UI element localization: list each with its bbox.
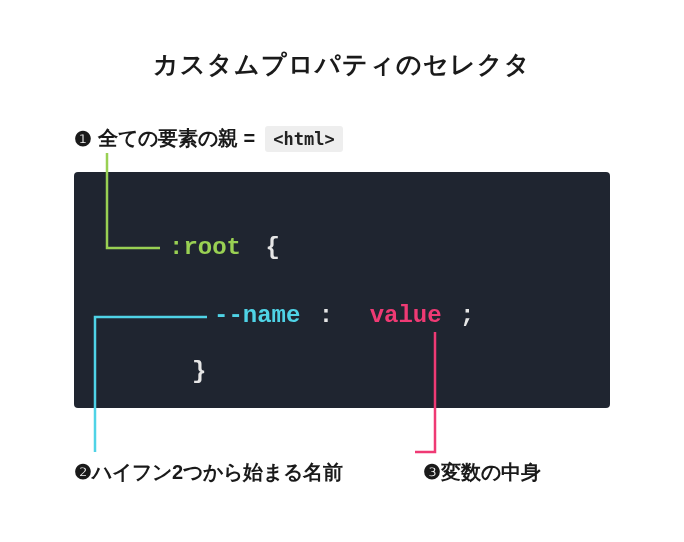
callout-2: ❷ハイフン2つから始まる名前 bbox=[74, 459, 343, 486]
code-line-2: --name : value ; bbox=[214, 302, 474, 329]
diagram-stage: カスタムプロパティのセレクタ ❶ 全ての要素の親 = <html> :root … bbox=[0, 0, 684, 542]
callout-1: ❶ 全ての要素の親 = <html> bbox=[74, 125, 343, 152]
page-title: カスタムプロパティのセレクタ bbox=[0, 48, 684, 81]
callout-3: ❸変数の中身 bbox=[423, 459, 541, 486]
code-line-1: :root { bbox=[169, 234, 280, 261]
css-var-name: --name bbox=[214, 302, 300, 329]
callout-3-number: ❸ bbox=[423, 460, 441, 484]
close-brace: } bbox=[192, 358, 206, 385]
callout-2-text: ハイフン2つから始まる名前 bbox=[92, 461, 343, 483]
css-colon: : bbox=[319, 302, 333, 329]
callout-1-text: 全ての要素の親 = bbox=[98, 125, 255, 152]
callout-1-number: ❶ bbox=[74, 127, 92, 151]
html-tag-chip: <html> bbox=[265, 126, 342, 152]
code-block: :root { --name : value ; } bbox=[74, 172, 610, 408]
css-selector: :root bbox=[169, 234, 241, 261]
css-semicolon: ; bbox=[460, 302, 474, 329]
callout-3-text: 変数の中身 bbox=[441, 461, 541, 483]
open-brace: { bbox=[265, 234, 279, 261]
code-line-3: } bbox=[192, 358, 206, 385]
callout-2-number: ❷ bbox=[74, 460, 92, 484]
css-value: value bbox=[370, 302, 442, 329]
